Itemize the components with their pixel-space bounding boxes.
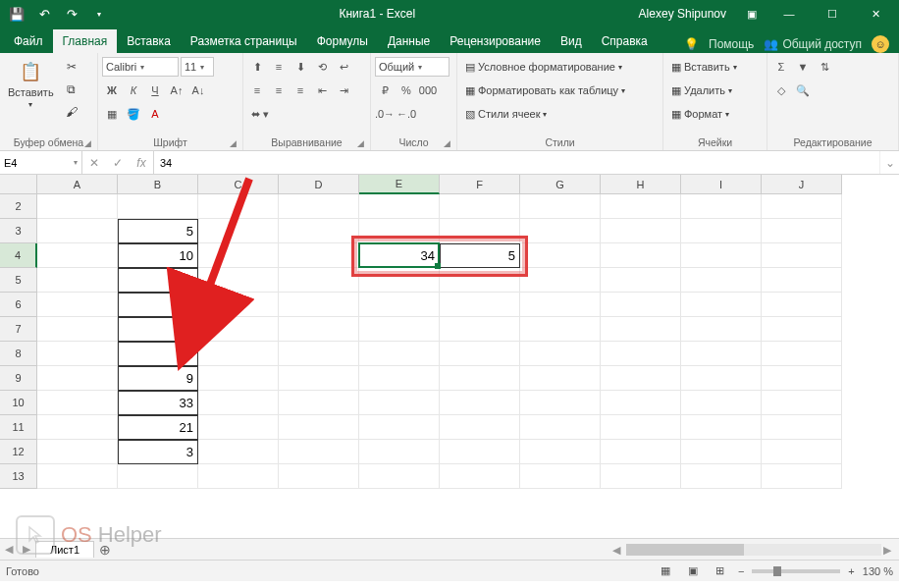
cell-G9[interactable] [520, 366, 601, 391]
cell-G2[interactable] [520, 194, 601, 219]
share-button[interactable]: 👥 Общий доступ [764, 37, 862, 51]
underline-button[interactable]: Ч [145, 80, 165, 100]
sheet-nav-prev-icon[interactable]: ◀ [0, 543, 18, 556]
cell-A12[interactable] [37, 440, 118, 464]
decrease-font-icon[interactable]: A↓ [188, 80, 208, 100]
qat-customize-icon[interactable]: ▾ [88, 3, 110, 25]
column-header-D[interactable]: D [279, 175, 359, 194]
cell-I3[interactable] [681, 219, 762, 243]
cell-J4[interactable] [762, 243, 842, 268]
cell-B13[interactable] [118, 464, 198, 489]
worksheet-grid[interactable]: ABCDEFGHIJ 2345678910111213 510345467344… [0, 175, 899, 538]
cell-H6[interactable] [601, 293, 681, 317]
page-layout-view-icon[interactable]: ▣ [683, 563, 703, 579]
cell-D11[interactable] [279, 415, 359, 440]
tab-data[interactable]: Данные [378, 29, 440, 53]
cell-J13[interactable] [762, 464, 842, 489]
cell-J11[interactable] [762, 415, 842, 440]
cell-D10[interactable] [279, 391, 359, 415]
close-button[interactable]: ✕ [856, 0, 895, 27]
feedback-icon[interactable]: ☺ [872, 35, 889, 53]
cell-I7[interactable] [681, 317, 762, 342]
cell-J8[interactable] [762, 342, 842, 366]
maximize-button[interactable]: ☐ [813, 0, 852, 27]
user-name[interactable]: Alexey Shipunov [639, 7, 726, 21]
column-header-G[interactable]: G [520, 175, 601, 194]
clear-icon[interactable]: ◇ [771, 80, 791, 100]
cell-D4[interactable] [279, 243, 359, 268]
cell-B12[interactable]: 3 [118, 440, 198, 464]
column-header-A[interactable]: A [37, 175, 118, 194]
cell-C8[interactable] [198, 342, 279, 366]
cell-G10[interactable] [520, 391, 601, 415]
cell-C3[interactable] [198, 219, 279, 243]
cell-F7[interactable] [440, 317, 520, 342]
cell-I9[interactable] [681, 366, 762, 391]
cell-B4[interactable]: 10 [118, 243, 198, 268]
cell-C13[interactable] [198, 464, 279, 489]
conditional-formatting-button[interactable]: ▤Условное форматирование▾ [461, 57, 626, 77]
tab-review[interactable]: Рецензирование [440, 29, 551, 53]
cell-J5[interactable] [762, 268, 842, 293]
autosum-icon[interactable]: Σ [771, 57, 791, 77]
cell-I4[interactable] [681, 243, 762, 268]
decrease-decimal-icon[interactable]: ←.0 [397, 104, 416, 124]
align-right-icon[interactable]: ≡ [291, 80, 310, 100]
cell-G7[interactable] [520, 317, 601, 342]
cell-H3[interactable] [601, 219, 681, 243]
dialog-launcher-icon[interactable]: ◢ [357, 138, 364, 148]
align-top-icon[interactable]: ⬆ [247, 57, 267, 77]
increase-indent-icon[interactable]: ⇥ [334, 80, 353, 100]
column-header-B[interactable]: B [118, 175, 198, 194]
cell-A7[interactable] [37, 317, 118, 342]
wrap-text-icon[interactable]: ↩ [334, 57, 353, 77]
accounting-format-icon[interactable]: ₽ [375, 80, 395, 100]
font-name-combo[interactable]: Calibri▾ [102, 57, 179, 77]
cell-A8[interactable] [37, 342, 118, 366]
cell-E3[interactable] [359, 219, 440, 243]
cell-A3[interactable] [37, 219, 118, 243]
cell-D13[interactable] [279, 464, 359, 489]
column-header-C[interactable]: C [198, 175, 279, 194]
row-header-3[interactable]: 3 [0, 219, 37, 243]
cell-E13[interactable] [359, 464, 440, 489]
cell-H2[interactable] [601, 194, 681, 219]
font-size-combo[interactable]: 11▾ [181, 57, 214, 77]
expand-formula-bar-icon[interactable]: ⌄ [879, 151, 899, 174]
cell-A4[interactable] [37, 243, 118, 268]
find-select-icon[interactable]: 🔍 [793, 80, 813, 100]
number-format-combo[interactable]: Общий▾ [375, 57, 450, 77]
cell-H8[interactable] [601, 342, 681, 366]
align-left-icon[interactable]: ≡ [247, 80, 267, 100]
cell-H12[interactable] [601, 440, 681, 464]
align-middle-icon[interactable]: ≡ [269, 57, 289, 77]
cell-I5[interactable] [681, 268, 762, 293]
zoom-level[interactable]: 130 % [863, 565, 893, 577]
cell-B11[interactable]: 21 [118, 415, 198, 440]
cell-J2[interactable] [762, 194, 842, 219]
cell-G8[interactable] [520, 342, 601, 366]
row-header-7[interactable]: 7 [0, 317, 37, 342]
cell-C2[interactable] [198, 194, 279, 219]
cell-D2[interactable] [279, 194, 359, 219]
cell-I10[interactable] [681, 391, 762, 415]
save-icon[interactable]: 💾 [6, 3, 27, 25]
column-header-J[interactable]: J [762, 175, 842, 194]
cell-H7[interactable] [601, 317, 681, 342]
cell-G12[interactable] [520, 440, 601, 464]
tab-home[interactable]: Главная [53, 29, 118, 53]
cell-A5[interactable] [37, 268, 118, 293]
row-header-2[interactable]: 2 [0, 194, 37, 219]
format-as-table-button[interactable]: ▦Форматировать как таблицу▾ [461, 80, 629, 100]
column-header-H[interactable]: H [601, 175, 681, 194]
dialog-launcher-icon[interactable]: ◢ [230, 138, 237, 148]
normal-view-icon[interactable]: ▦ [656, 563, 675, 579]
page-break-view-icon[interactable]: ⊞ [711, 563, 730, 579]
bold-button[interactable]: Ж [102, 80, 122, 100]
cell-E10[interactable] [359, 391, 440, 415]
insert-cells-button[interactable]: ▦Вставить▾ [667, 57, 741, 77]
cell-styles-button[interactable]: ▧Стили ячеек▾ [461, 104, 551, 124]
cell-G13[interactable] [520, 464, 601, 489]
fill-icon[interactable]: ▼ [793, 57, 813, 77]
cut-icon[interactable]: ✂ [62, 57, 81, 77]
